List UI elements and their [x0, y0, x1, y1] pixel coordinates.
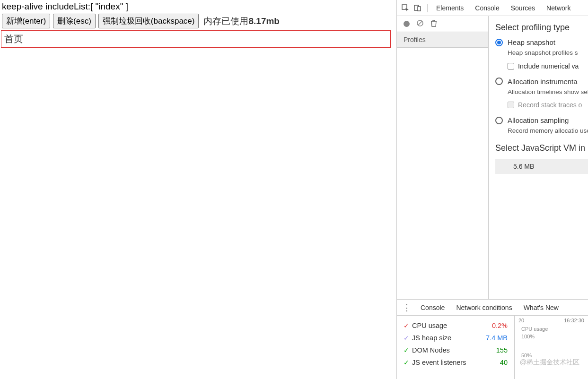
drawer-tab-whats-new[interactable]: What's New	[524, 304, 559, 311]
option-heap-snapshot: Heap snapshot Heap snapshot profiles s I…	[495, 38, 588, 70]
metric-heap-value: 7.4 MB	[486, 334, 508, 342]
check-icon: ✓	[404, 334, 410, 342]
graph-100-percent: 100%	[521, 334, 535, 339]
tab-elements[interactable]: Elements	[435, 1, 465, 15]
performance-graph: 20 16:32:30 CPU usage 100% 50%	[514, 316, 588, 379]
force-gc-button[interactable]: 强制垃圾回收(backspace)	[98, 14, 199, 28]
allocation-instrumentation-title[interactable]: Allocation instrumenta	[508, 78, 578, 86]
devtools-panel: Elements Console Sources Network Profile…	[396, 0, 588, 379]
kebab-icon[interactable]: ⋮	[403, 302, 409, 313]
performance-metrics: ✓ CPU usage 0.2% ✓ JS heap size 7.4 MB ✓…	[397, 316, 514, 379]
tab-network[interactable]: Network	[545, 1, 571, 15]
memory-usage-value: 8.17mb	[248, 16, 279, 26]
drawer-tab-network-conditions[interactable]: Network conditions	[456, 304, 512, 311]
heap-snapshot-title[interactable]: Heap snapshot	[508, 38, 555, 46]
svg-rect-2	[418, 7, 421, 11]
memory-usage-text: 内存已使用8.17mb	[203, 15, 279, 27]
metric-cpu-value: 0.2%	[492, 322, 508, 329]
graph-50-percent: 50%	[521, 353, 532, 358]
heap-snapshot-desc: Heap snapshot profiles s	[508, 48, 588, 58]
radio-allocation-sampling[interactable]	[495, 117, 503, 124]
vm-instance-heading: Select JavaScript VM in	[495, 143, 588, 153]
memory-sidebar: Profiles	[397, 16, 489, 299]
drawer-tabs: ⋮ Console Network conditions What's New	[397, 300, 588, 316]
graph-time-end: 16:32:30	[564, 318, 584, 323]
checkbox-include-numerical[interactable]	[508, 63, 514, 69]
metric-cpu-label: CPU usage	[412, 322, 492, 329]
metric-dom-value: 155	[496, 346, 508, 354]
devtools-toolbar: Elements Console Sources Network	[397, 0, 588, 16]
memory-usage-prefix: 内存已使用	[203, 16, 248, 26]
allocation-sampling-title[interactable]: Allocation sampling	[508, 116, 569, 124]
toolbar-divider	[427, 4, 428, 12]
profiling-type-heading: Select profiling type	[495, 23, 588, 33]
svg-line-4	[418, 21, 422, 25]
graph-time-start: 20	[518, 318, 524, 323]
delete-button[interactable]: 删除(esc)	[53, 14, 96, 28]
metric-listeners-label: JS event listeners	[412, 359, 500, 366]
app-page: keep-alive includeList:[ "index" ] 新增(en…	[0, 0, 396, 379]
button-row: 新增(enter) 删除(esc) 强制垃圾回收(backspace) 内存已使…	[0, 14, 396, 30]
allocation-sampling-desc: Record memory allocatio used for long ru…	[508, 126, 588, 136]
allocation-instrumentation-desc: Allocation timelines show select a time …	[508, 87, 588, 97]
metric-listeners-value: 40	[500, 359, 508, 366]
devtools-tabs: Elements Console Sources Network	[435, 1, 571, 15]
memory-main: Select profiling type Heap snapshot Heap…	[489, 16, 588, 299]
keepalive-list-text: keep-alive includeList:[ "index" ]	[0, 0, 396, 14]
checkbox-record-stack-traces	[508, 102, 514, 108]
metric-dom-label: DOM Nodes	[412, 346, 496, 354]
check-icon: ✓	[404, 322, 410, 329]
devtools-body: Profiles Select profiling type Heap snap…	[397, 16, 588, 300]
tab-sources[interactable]: Sources	[510, 1, 536, 15]
trash-icon[interactable]	[430, 19, 437, 28]
drawer-tab-console[interactable]: Console	[421, 304, 445, 311]
checkbox-record-stack-traces-label: Record stack traces o	[518, 101, 582, 109]
drawer-body: ✓ CPU usage 0.2% ✓ JS heap size 7.4 MB ✓…	[397, 316, 588, 379]
radio-allocation-instrumentation[interactable]	[495, 78, 503, 85]
devtools-drawer: ⋮ Console Network conditions What's New …	[397, 300, 588, 379]
metric-dom[interactable]: ✓ DOM Nodes 155	[404, 344, 508, 356]
clear-icon[interactable]	[416, 19, 424, 28]
metric-heap-label: JS heap size	[412, 334, 486, 342]
option-allocation-instrumentation: Allocation instrumenta Allocation timeli…	[495, 78, 588, 109]
metric-heap[interactable]: ✓ JS heap size 7.4 MB	[404, 332, 508, 344]
add-button[interactable]: 新增(enter)	[2, 14, 50, 28]
memory-sidebar-toolbar	[397, 16, 488, 32]
page-index-box[interactable]: 首页	[1, 30, 391, 48]
checkbox-include-numerical-label[interactable]: Include numerical va	[518, 62, 579, 70]
check-icon: ✓	[404, 359, 410, 366]
tab-console[interactable]: Console	[474, 1, 500, 15]
graph-label: CPU usage	[521, 326, 548, 332]
check-icon: ✓	[404, 346, 410, 354]
profiles-section-header[interactable]: Profiles	[397, 32, 488, 48]
inspect-icon[interactable]	[401, 3, 410, 13]
metric-cpu[interactable]: ✓ CPU usage 0.2%	[404, 319, 508, 332]
option-allocation-sampling: Allocation sampling Record memory alloca…	[495, 116, 588, 136]
device-toggle-icon[interactable]	[413, 3, 422, 13]
vm-instance-row[interactable]: 5.6 MB	[495, 159, 588, 174]
radio-heap-snapshot[interactable]	[495, 39, 503, 46]
record-icon[interactable]	[404, 21, 410, 27]
metric-listeners[interactable]: ✓ JS event listeners 40	[404, 356, 508, 369]
